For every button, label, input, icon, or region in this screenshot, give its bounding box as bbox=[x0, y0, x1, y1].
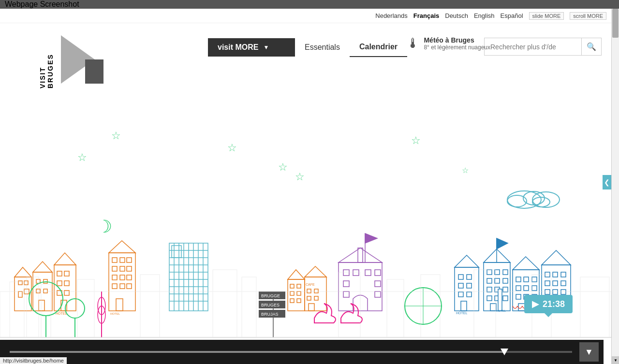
nav-calendrier-button[interactable]: Calendrier bbox=[350, 38, 407, 57]
svg-text:HOTEL: HOTEL bbox=[496, 309, 506, 312]
svg-rect-163 bbox=[0, 291, 611, 337]
svg-rect-111 bbox=[458, 275, 463, 279]
svg-rect-123 bbox=[503, 270, 508, 275]
lang-francais[interactable]: Français bbox=[413, 12, 439, 19]
svg-text:BRUJAS: BRUJAS bbox=[261, 312, 279, 317]
search-icon: 🔍 bbox=[587, 43, 596, 51]
svg-marker-21 bbox=[54, 253, 76, 265]
language-bar: Nederlands Français Deutsch English Espa… bbox=[0, 9, 611, 23]
svg-rect-94 bbox=[343, 270, 349, 276]
svg-rect-41 bbox=[127, 258, 132, 262]
search-button[interactable]: 🔍 bbox=[581, 38, 601, 55]
svg-marker-105 bbox=[365, 233, 377, 243]
svg-rect-18 bbox=[44, 289, 47, 293]
main-navigation: visit MORE ▼ Essentials Calendrier bbox=[208, 38, 407, 57]
url-text: http://visitbruges.be/home bbox=[3, 358, 64, 364]
svg-rect-24 bbox=[57, 281, 62, 286]
svg-rect-153 bbox=[553, 272, 558, 277]
svg-rect-91 bbox=[314, 296, 318, 300]
svg-rect-140 bbox=[516, 277, 521, 282]
star-icon: ☆ bbox=[462, 166, 469, 175]
slide-more-button[interactable]: slide MORE bbox=[529, 12, 564, 20]
svg-rect-170 bbox=[242, 277, 256, 337]
svg-rect-164 bbox=[10, 282, 24, 337]
svg-marker-38 bbox=[109, 241, 135, 253]
scroll-down-button[interactable]: ▼ bbox=[579, 342, 599, 362]
progress-bar[interactable] bbox=[10, 351, 572, 353]
visit-more-button[interactable]: visit MORE ▼ bbox=[208, 38, 295, 57]
scrollbar-arrow-down[interactable]: ▼ bbox=[612, 356, 619, 364]
lang-nederlands[interactable]: Nederlands bbox=[375, 12, 408, 19]
svg-marker-139 bbox=[513, 257, 539, 270]
svg-rect-43 bbox=[120, 266, 125, 271]
svg-rect-99 bbox=[375, 281, 381, 287]
svg-rect-130 bbox=[487, 296, 492, 301]
svg-rect-126 bbox=[503, 278, 508, 283]
svg-rect-16 bbox=[44, 279, 47, 283]
url-bar: http://visitbruges.be/home bbox=[0, 357, 67, 364]
play-icon: ▶ bbox=[532, 299, 539, 309]
svg-rect-49 bbox=[120, 284, 125, 289]
svg-rect-92 bbox=[309, 304, 314, 311]
svg-rect-39 bbox=[112, 258, 117, 262]
svg-rect-45 bbox=[112, 275, 117, 280]
svg-rect-69 bbox=[172, 246, 181, 258]
svg-rect-168 bbox=[140, 275, 160, 337]
svg-rect-88 bbox=[307, 289, 311, 293]
scrollbar-thumb[interactable] bbox=[612, 9, 619, 38]
svg-rect-46 bbox=[120, 275, 125, 280]
star-icon: ☆ bbox=[227, 142, 237, 154]
right-panel-toggle[interactable]: ❮ bbox=[603, 175, 611, 189]
svg-rect-101 bbox=[375, 291, 381, 297]
svg-rect-155 bbox=[545, 281, 550, 286]
svg-rect-25 bbox=[64, 281, 69, 286]
scrollbar[interactable]: ▼ bbox=[611, 9, 619, 364]
nav-essentials-button[interactable]: Essentials bbox=[295, 38, 350, 57]
svg-rect-143 bbox=[516, 286, 521, 291]
bottom-bar: ▼ bbox=[0, 340, 604, 364]
lang-deutsch[interactable]: Deutsch bbox=[445, 12, 468, 19]
star-icon: ☆ bbox=[111, 130, 121, 142]
time-value: 21:38 bbox=[543, 299, 565, 309]
star-icon: ☆ bbox=[411, 134, 421, 147]
svg-rect-176 bbox=[580, 277, 609, 337]
browser-top-bar: Webpage Screenshot bbox=[0, 0, 619, 9]
svg-rect-83 bbox=[290, 299, 294, 303]
weather-info: Météo à Bruges 8° et légèrement nuageux bbox=[424, 36, 490, 51]
svg-rect-157 bbox=[561, 281, 566, 286]
svg-rect-169 bbox=[213, 270, 237, 337]
svg-rect-48 bbox=[112, 284, 117, 289]
svg-rect-82 bbox=[297, 291, 301, 295]
svg-rect-117 bbox=[461, 301, 467, 311]
lang-espanol[interactable]: Español bbox=[501, 12, 523, 19]
svg-rect-80 bbox=[297, 284, 301, 288]
lang-english[interactable]: English bbox=[474, 12, 495, 19]
svg-rect-97 bbox=[375, 270, 381, 276]
time-bubble: ▶ 21:38 bbox=[524, 295, 573, 313]
svg-rect-116 bbox=[467, 292, 472, 297]
svg-rect-100 bbox=[343, 291, 349, 297]
svg-marker-151 bbox=[542, 250, 571, 265]
svg-marker-8 bbox=[15, 267, 31, 277]
svg-rect-95 bbox=[353, 270, 359, 276]
svg-rect-84 bbox=[297, 299, 301, 303]
svg-rect-98 bbox=[343, 281, 349, 287]
search-input[interactable] bbox=[485, 39, 581, 55]
svg-rect-144 bbox=[524, 286, 529, 291]
scroll-more-button[interactable]: scroll MORE bbox=[570, 12, 606, 20]
svg-rect-172 bbox=[387, 279, 404, 337]
svg-rect-142 bbox=[532, 277, 537, 282]
browser-title: Webpage Screenshot bbox=[5, 0, 79, 9]
svg-rect-156 bbox=[553, 281, 558, 286]
svg-rect-103 bbox=[358, 248, 363, 262]
weather-title: Météo à Bruges bbox=[424, 36, 490, 44]
progress-marker bbox=[501, 349, 508, 355]
svg-rect-141 bbox=[524, 277, 529, 282]
weather-widget: 🌡 Météo à Bruges 8° et légèrement nuageu… bbox=[406, 35, 490, 51]
svg-text:BRUGES: BRUGES bbox=[261, 303, 280, 307]
svg-rect-23 bbox=[64, 271, 69, 276]
svg-rect-113 bbox=[458, 283, 463, 288]
svg-rect-89 bbox=[314, 289, 318, 293]
svg-marker-78 bbox=[288, 270, 305, 279]
svg-rect-167 bbox=[77, 279, 94, 337]
